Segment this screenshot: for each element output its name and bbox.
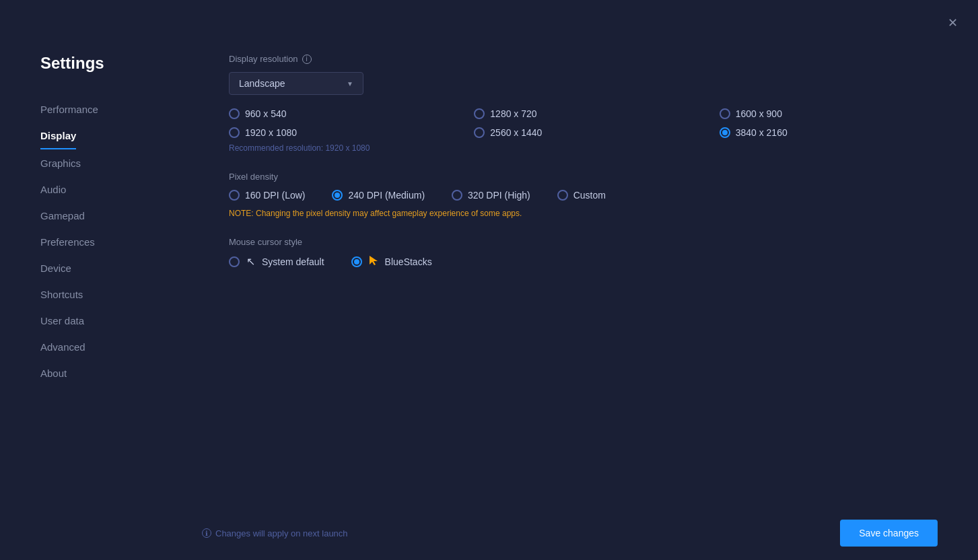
resolution-label-2: 1600 x 900 (736, 108, 782, 119)
footer-info-icon: ℹ (202, 528, 211, 538)
pixel-density-label-1: 240 DPI (Medium) (348, 190, 425, 201)
resolution-option-4[interactable]: 2560 x 1440 (474, 127, 692, 138)
resolution-radio-1[interactable] (474, 108, 485, 119)
resolution-label-0: 960 x 540 (245, 108, 287, 119)
cursor-icon-0: ↖ (246, 255, 255, 268)
pixel-density-label: Pixel density (229, 172, 938, 182)
pixel-density-radio-3[interactable] (557, 190, 568, 201)
display-resolution-section: Display resolution i Landscape ▼ 960 x 5… (229, 54, 938, 153)
cursor-option-1[interactable]: BlueStacks (351, 255, 432, 268)
pixel-density-label-2: 320 DPI (High) (468, 190, 530, 201)
pixel-density-option-1[interactable]: 240 DPI (Medium) (332, 190, 425, 201)
resolution-radio-4[interactable] (474, 127, 485, 138)
svg-marker-0 (370, 256, 378, 265)
cursor-option-0[interactable]: ↖System default (229, 255, 324, 268)
sidebar-item-shortcuts[interactable]: Shortcuts (40, 282, 175, 307)
pixel-density-grid: 160 DPI (Low)240 DPI (Medium)320 DPI (Hi… (229, 190, 938, 201)
orientation-dropdown[interactable]: Landscape ▼ (229, 72, 363, 95)
pixel-density-radio-1[interactable] (332, 190, 343, 201)
pixel-density-section: Pixel density 160 DPI (Low)240 DPI (Medi… (229, 172, 938, 218)
orientation-value: Landscape (239, 78, 285, 89)
sidebar-item-advanced[interactable]: Advanced (40, 335, 175, 359)
pixel-density-option-3[interactable]: Custom (557, 190, 606, 201)
settings-container: Settings PerformanceDisplayGraphicsAudio… (0, 0, 978, 560)
footer: ℹ Changes will apply on next launch Save… (0, 506, 978, 560)
sidebar-item-graphics[interactable]: Graphics (40, 151, 175, 176)
save-changes-button[interactable]: Save changes (840, 520, 938, 547)
cursor-label-0: System default (262, 256, 324, 267)
resolution-option-5[interactable]: 3840 x 2160 (720, 127, 938, 138)
recommended-resolution-text: Recommended resolution: 1920 x 1080 (229, 143, 938, 153)
resolution-label-1: 1280 x 720 (490, 108, 536, 119)
cursor-grid: ↖System defaultBlueStacks (229, 255, 938, 268)
sidebar-item-gamepad[interactable]: Gamepad (40, 203, 175, 228)
orientation-dropdown-wrapper: Landscape ▼ (229, 72, 938, 95)
pixel-density-option-2[interactable]: 320 DPI (High) (452, 190, 530, 201)
sidebar-item-display[interactable]: Display (40, 123, 76, 149)
cursor-radio-1[interactable] (351, 256, 362, 267)
sidebar-item-preferences[interactable]: Preferences (40, 230, 175, 254)
pixel-density-radio-2[interactable] (452, 190, 462, 201)
cursor-radio-0[interactable] (229, 256, 240, 267)
settings-title: Settings (40, 54, 175, 73)
dropdown-arrow-icon: ▼ (347, 80, 353, 88)
resolution-label-3: 1920 x 1080 (245, 127, 297, 138)
pixel-density-label-0: 160 DPI (Low) (245, 190, 305, 201)
pixel-density-radio-0[interactable] (229, 190, 240, 201)
sidebar-item-user-data[interactable]: User data (40, 308, 175, 333)
mouse-cursor-section: Mouse cursor style ↖System defaultBlueSt… (229, 237, 938, 268)
pixel-density-note: NOTE: Changing the pixel density may aff… (229, 209, 938, 218)
sidebar-item-about[interactable]: About (40, 361, 175, 386)
cursor-label-1: BlueStacks (385, 256, 432, 267)
resolution-grid: 960 x 5401280 x 7201600 x 9001920 x 1080… (229, 108, 938, 138)
resolution-option-0[interactable]: 960 x 540 (229, 108, 447, 119)
cursor-icon-1 (369, 255, 378, 268)
resolution-option-2[interactable]: 1600 x 900 (720, 108, 938, 119)
pixel-density-label-3: Custom (573, 190, 606, 201)
pixel-density-option-0[interactable]: 160 DPI (Low) (229, 190, 305, 201)
resolution-radio-5[interactable] (720, 127, 730, 138)
main-content: Display resolution i Landscape ▼ 960 x 5… (175, 40, 978, 560)
resolution-label-5: 3840 x 2160 (736, 127, 788, 138)
footer-note-text: Changes will apply on next launch (215, 528, 348, 538)
resolution-option-3[interactable]: 1920 x 1080 (229, 127, 447, 138)
sidebar-item-audio[interactable]: Audio (40, 177, 175, 202)
resolution-radio-0[interactable] (229, 108, 240, 119)
resolution-option-1[interactable]: 1280 x 720 (474, 108, 692, 119)
sidebar: Settings PerformanceDisplayGraphicsAudio… (0, 40, 175, 560)
display-resolution-label: Display resolution i (229, 54, 938, 64)
resolution-radio-2[interactable] (720, 108, 730, 119)
sidebar-item-performance[interactable]: Performance (40, 97, 175, 122)
close-button[interactable]: ✕ (943, 13, 962, 32)
resolution-label-4: 2560 x 1440 (490, 127, 542, 138)
sidebar-item-device[interactable]: Device (40, 256, 175, 281)
mouse-cursor-label: Mouse cursor style (229, 237, 938, 247)
resolution-radio-3[interactable] (229, 127, 240, 138)
footer-note: ℹ Changes will apply on next launch (202, 528, 348, 538)
display-resolution-info-icon: i (302, 55, 312, 64)
